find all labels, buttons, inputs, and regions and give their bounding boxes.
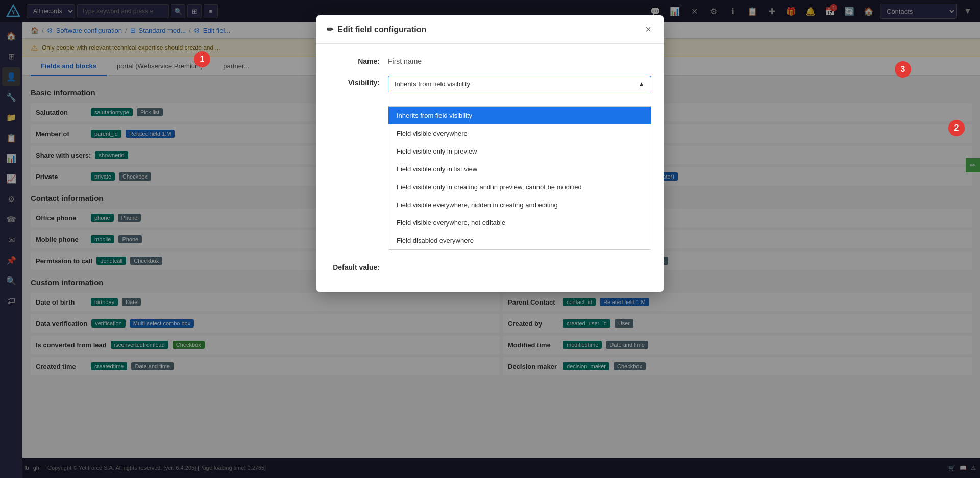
modal-visibility-row: Visibility: Inherits from field visibili… <box>329 76 651 250</box>
modal-header: ✏ Edit field configuration × <box>316 15 664 44</box>
modal-default-value-row: Default value: <box>329 260 651 271</box>
annotation-1: 1 <box>194 51 210 67</box>
edit-pencil-icon: ✏ <box>327 24 333 34</box>
modal-name-row: Name: First name <box>329 54 651 65</box>
modal-close-button[interactable]: × <box>643 23 653 35</box>
chevron-up-icon: ▲ <box>638 80 645 88</box>
dropdown-option-everywhere[interactable]: Field visible everywhere <box>388 124 651 142</box>
modal-overlay: ✏ Edit field configuration × Name: First… <box>0 0 980 478</box>
dropdown-option-list-only[interactable]: Field visible only in list view <box>388 160 651 178</box>
modal-name-label: Name: <box>329 54 380 65</box>
annotation-2: 2 <box>948 120 965 136</box>
dropdown-option-not-editable[interactable]: Field visible everywhere, not editable <box>388 214 651 232</box>
dropdown-search-input[interactable] <box>388 92 651 107</box>
dropdown-option-hidden-creating[interactable]: Field visible everywhere, hidden in crea… <box>388 196 651 214</box>
modal-title: ✏ Edit field configuration <box>327 24 426 34</box>
visibility-dropdown-selected[interactable]: Inherits from field visibility ▲ <box>388 76 651 92</box>
modal-name-value: First name <box>388 54 422 65</box>
dropdown-option-disabled[interactable]: Field disabled everywhere <box>388 232 651 249</box>
modal-visibility-label: Visibility: <box>329 76 380 87</box>
modal-default-label: Default value: <box>329 260 380 271</box>
dropdown-option-inherits[interactable]: Inherits from field visibility <box>388 107 651 124</box>
modal-body: Name: First name Visibility: Inherits fr… <box>316 44 664 292</box>
dropdown-option-preview-only[interactable]: Field visible only in preview <box>388 142 651 160</box>
visibility-dropdown[interactable]: Inherits from field visibility ▲ Inherit… <box>388 76 651 250</box>
dropdown-list: Inherits from field visibility Field vis… <box>388 107 651 250</box>
annotation-3: 3 <box>895 61 911 78</box>
dropdown-option-creating-preview[interactable]: Field visible only in creating and in pr… <box>388 178 651 196</box>
edit-field-modal: ✏ Edit field configuration × Name: First… <box>316 15 664 292</box>
